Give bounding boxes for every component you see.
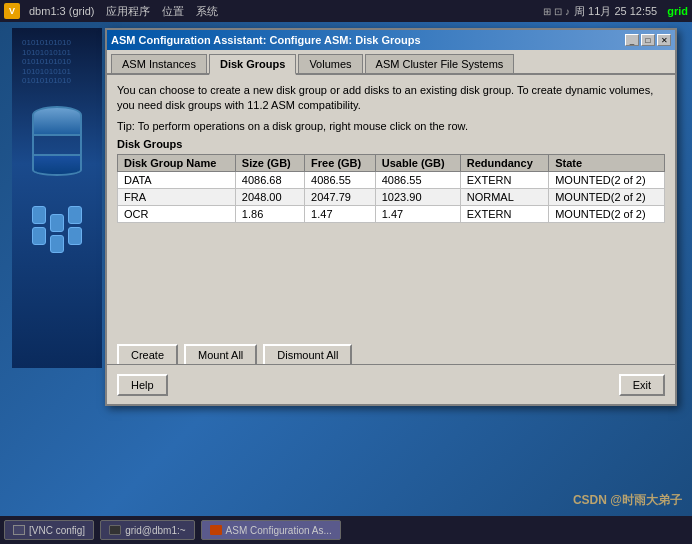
- app-title: dbm1:3 (grid): [26, 5, 97, 17]
- grid-label: grid: [667, 5, 688, 17]
- dismount-all-button[interactable]: Dismount All: [263, 344, 352, 366]
- cell-state-2: MOUNTED(2 of 2): [549, 205, 665, 222]
- disk-groups-table: Disk Group Name Size (GB) Free (GB) Usab…: [117, 154, 665, 223]
- menu-system[interactable]: 系统: [193, 4, 221, 19]
- cell-size-2: 1.86: [235, 205, 304, 222]
- dialog-title: ASM Configuration Assistant: Configure A…: [111, 34, 421, 46]
- cell-redundancy-0: EXTERN: [460, 171, 548, 188]
- col-free: Free (GB): [305, 154, 376, 171]
- section-label: Disk Groups: [117, 138, 665, 150]
- main-dialog: ASM Configuration Assistant: Configure A…: [105, 28, 677, 406]
- cell-free-1: 2047.79: [305, 188, 376, 205]
- footer-right: Exit: [619, 374, 665, 396]
- dialog-footer: Help Exit: [107, 364, 675, 404]
- taskbar-bottom: [VNC config] grid@dbm1:~ ASM Configurati…: [0, 516, 692, 544]
- table-header: Disk Group Name Size (GB) Free (GB) Usab…: [118, 154, 665, 171]
- table-row[interactable]: DATA 4086.68 4086.55 4086.55 EXTERN MOUN…: [118, 171, 665, 188]
- table-row[interactable]: FRA 2048.00 2047.79 1023.90 NORMAL MOUNT…: [118, 188, 665, 205]
- asm-label: ASM Configuration As...: [226, 525, 332, 536]
- col-usable: Usable (GB): [375, 154, 460, 171]
- tab-bar: ASM Instances Disk Groups Volumes ASM Cl…: [107, 50, 675, 75]
- side-panel: 0101010101010101010101010101010101010101…: [12, 28, 102, 368]
- cell-redundancy-2: EXTERN: [460, 205, 548, 222]
- create-button[interactable]: Create: [117, 344, 178, 366]
- datetime: 周 11月 25 12:55: [574, 4, 657, 19]
- footer-left: Help: [117, 374, 168, 396]
- cell-free-0: 4086.55: [305, 171, 376, 188]
- table-body: DATA 4086.68 4086.55 4086.55 EXTERN MOUN…: [118, 171, 665, 222]
- dialog-content: You can choose to create a new disk grou…: [107, 75, 675, 387]
- tab-asm-cluster[interactable]: ASM Cluster File Systems: [365, 54, 515, 73]
- cell-name-2: OCR: [118, 205, 236, 222]
- table-header-row: Disk Group Name Size (GB) Free (GB) Usab…: [118, 154, 665, 171]
- maximize-button[interactable]: □: [641, 34, 655, 46]
- taskbar-top-left: V dbm1:3 (grid) 应用程序 位置 系统: [4, 3, 221, 19]
- cell-usable-1: 1023.90: [375, 188, 460, 205]
- table-row[interactable]: OCR 1.86 1.47 1.47 EXTERN MOUNTED(2 of 2…: [118, 205, 665, 222]
- tab-asm-instances[interactable]: ASM Instances: [111, 54, 207, 73]
- storage-icons: [32, 206, 82, 253]
- app-icon: V: [4, 3, 20, 19]
- col-size: Size (GB): [235, 154, 304, 171]
- close-button[interactable]: ✕: [657, 34, 671, 46]
- col-redundancy: Redundancy: [460, 154, 548, 171]
- cell-state-0: MOUNTED(2 of 2): [549, 171, 665, 188]
- desktop: V dbm1:3 (grid) 应用程序 位置 系统 ⊞ ⊡ ♪ 周 11月 2…: [0, 0, 692, 544]
- mount-all-button[interactable]: Mount All: [184, 344, 257, 366]
- taskbar-terminal[interactable]: grid@dbm1:~: [100, 520, 194, 540]
- menu-places[interactable]: 位置: [159, 4, 187, 19]
- description-text: You can choose to create a new disk grou…: [117, 83, 665, 114]
- help-button[interactable]: Help: [117, 374, 168, 396]
- taskbar-top: V dbm1:3 (grid) 应用程序 位置 系统 ⊞ ⊡ ♪ 周 11月 2…: [0, 0, 692, 22]
- col-name: Disk Group Name: [118, 154, 236, 171]
- cell-redundancy-1: NORMAL: [460, 188, 548, 205]
- terminal-label: grid@dbm1:~: [125, 525, 185, 536]
- taskbar-top-right: ⊞ ⊡ ♪ 周 11月 25 12:55 grid: [543, 4, 688, 19]
- cell-free-2: 1.47: [305, 205, 376, 222]
- minimize-button[interactable]: _: [625, 34, 639, 46]
- cell-name-0: DATA: [118, 171, 236, 188]
- tab-volumes[interactable]: Volumes: [298, 54, 362, 73]
- vnc-label: [VNC config]: [29, 525, 85, 536]
- col-state: State: [549, 154, 665, 171]
- vnc-icon: [13, 525, 25, 535]
- binary-art: 0101010101010101010101010101010101010101…: [22, 38, 92, 86]
- dialog-titlebar: ASM Configuration Assistant: Configure A…: [107, 30, 675, 50]
- menu-apps[interactable]: 应用程序: [103, 4, 153, 19]
- taskbar-asm[interactable]: ASM Configuration As...: [201, 520, 341, 540]
- cell-usable-2: 1.47: [375, 205, 460, 222]
- cell-state-1: MOUNTED(2 of 2): [549, 188, 665, 205]
- cell-size-1: 2048.00: [235, 188, 304, 205]
- taskbar-vnc[interactable]: [VNC config]: [4, 520, 94, 540]
- csdn-watermark: CSDN @时雨大弟子: [573, 492, 682, 509]
- asm-icon: [210, 525, 222, 535]
- cell-name-1: FRA: [118, 188, 236, 205]
- cell-usable-0: 4086.55: [375, 171, 460, 188]
- db-icon: [32, 106, 82, 176]
- tab-disk-groups[interactable]: Disk Groups: [209, 54, 296, 75]
- action-buttons: Create Mount All Dismount All: [117, 344, 352, 366]
- cell-size-0: 4086.68: [235, 171, 304, 188]
- terminal-icon: [109, 525, 121, 535]
- exit-button[interactable]: Exit: [619, 374, 665, 396]
- system-tray-icons: ⊞ ⊡ ♪: [543, 6, 570, 17]
- tip-text: Tip: To perform operations on a disk gro…: [117, 120, 665, 132]
- dialog-controls: _ □ ✕: [625, 34, 671, 46]
